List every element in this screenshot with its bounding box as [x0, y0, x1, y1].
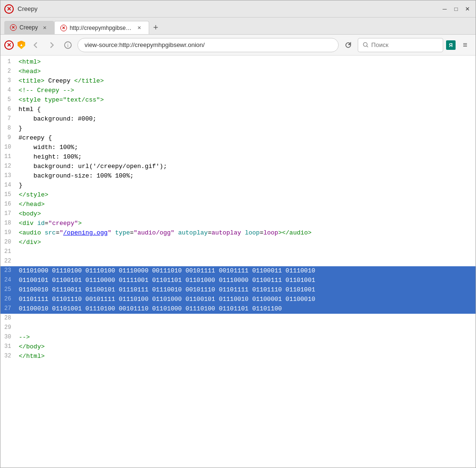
tab-close-source[interactable]: ✕ — [135, 24, 143, 32]
source-line-7: 7 background: #000; — [0, 114, 476, 124]
line-content: 01101000 01110100 01110100 01110000 0011… — [19, 266, 472, 276]
address-bar: ✕ ▲ i Я ≡ — [0, 35, 476, 56]
source-line-3: 3<title> Creepy </title> — [0, 76, 476, 86]
forward-button[interactable] — [45, 38, 58, 52]
shield-icon: ▲ — [17, 40, 26, 50]
line-number: 2 — [4, 67, 19, 75]
source-line-8: 8} — [0, 124, 476, 133]
line-number: 31 — [4, 342, 19, 351]
line-content: <head> — [19, 67, 472, 76]
source-line-5: 5<style type="text/css"> — [0, 95, 476, 105]
search-input[interactable] — [371, 41, 438, 48]
line-content: </body> — [19, 342, 472, 352]
address-input[interactable] — [77, 38, 339, 52]
tab-title-creepy: Creepy — [19, 24, 38, 31]
close-button[interactable]: ✕ — [463, 5, 472, 13]
search-box[interactable] — [358, 38, 443, 52]
tab-favicon-source: ✕ — [60, 25, 67, 31]
line-content: html { — [19, 105, 472, 114]
bing-icon: Я — [446, 40, 456, 50]
line-content: } — [19, 124, 472, 133]
tab-creepy[interactable]: ✕ Creepy ✕ — [4, 21, 54, 34]
search-icon — [363, 42, 369, 48]
source-line-15: 15</style> — [0, 190, 476, 200]
source-line-29: 29 — [0, 323, 476, 333]
source-line-20: 20</div> — [0, 238, 476, 247]
line-number: 1 — [4, 57, 19, 66]
line-number: 27 — [4, 304, 19, 313]
source-line-6: 6html { — [0, 105, 476, 114]
line-number: 3 — [4, 76, 19, 85]
line-content: </head> — [19, 200, 472, 209]
maximize-button[interactable]: □ — [452, 5, 460, 13]
tab-bar: ✕ Creepy ✕ ✕ http://creepymhpgibsewr.oni… — [0, 18, 476, 35]
refresh-button[interactable] — [342, 38, 355, 52]
line-number: 15 — [4, 190, 19, 199]
line-number: 26 — [4, 295, 19, 303]
line-content: 01100010 01101001 01110100 00101110 0110… — [19, 304, 472, 314]
line-number: 29 — [4, 323, 19, 332]
source-line-23: 2301101000 01110100 01110100 01110000 00… — [0, 266, 476, 276]
source-line-12: 12 background: url('/creepy/open.gif'); — [0, 162, 476, 171]
line-content: 01100101 01100101 01110000 01111001 0110… — [19, 276, 472, 285]
tab-title-source: http://creepymhpgibsewr.oni... — [70, 25, 133, 31]
line-content: <body> — [19, 209, 472, 219]
source-line-14: 14} — [0, 181, 476, 190]
line-content: <style type="text/css"> — [19, 95, 472, 105]
source-line-24: 2401100101 01100101 01110000 01111001 01… — [0, 276, 476, 285]
line-content: </div> — [19, 238, 472, 247]
source-line-27: 2701100010 01101001 01110100 00101110 01… — [0, 304, 476, 314]
line-number: 28 — [4, 314, 19, 322]
line-content: --> — [19, 333, 472, 342]
line-number: 32 — [4, 352, 19, 360]
source-line-17: 17<body> — [0, 209, 476, 219]
line-content: <!-- Creepy --> — [19, 86, 472, 95]
tab-source[interactable]: ✕ http://creepymhpgibsewr.oni... ✕ — [54, 21, 149, 34]
source-line-16: 16</head> — [0, 200, 476, 209]
line-number: 13 — [4, 171, 19, 180]
source-line-30: 30--> — [0, 333, 476, 342]
line-number: 5 — [4, 95, 19, 104]
source-line-2: 2<head> — [0, 67, 476, 76]
line-number: 21 — [4, 247, 19, 256]
security-icon: ✕ — [4, 40, 14, 50]
line-number: 17 — [4, 209, 19, 218]
line-content: <html> — [19, 57, 472, 67]
window-controls: ─ □ ✕ — [440, 5, 472, 13]
source-line-10: 10 width: 100%; — [0, 143, 476, 152]
svg-line-3 — [367, 46, 368, 47]
tab-close-creepy[interactable]: ✕ — [41, 24, 48, 31]
source-line-1: 1<html> — [0, 57, 476, 67]
menu-button[interactable]: ≡ — [458, 38, 472, 52]
svg-point-2 — [363, 43, 367, 47]
line-content: background: #000; — [19, 114, 472, 124]
title-bar: ✕ Creepy ─ □ ✕ — [0, 0, 476, 18]
browser-window: ✕ Creepy ─ □ ✕ ✕ Creepy ✕ ✕ http://creep… — [0, 0, 476, 468]
info-button[interactable]: i — [61, 38, 75, 52]
source-line-26: 2601101111 01101110 00101111 01110100 01… — [0, 295, 476, 304]
line-number: 19 — [4, 228, 19, 237]
source-line-31: 31</body> — [0, 342, 476, 352]
source-line-21: 21 — [0, 247, 476, 257]
source-line-13: 13 background-size: 100% 100%; — [0, 171, 476, 181]
no-favicon-icon: ✕ — [4, 4, 14, 14]
minimize-button[interactable]: ─ — [440, 5, 449, 13]
line-content: 01100010 01110011 01100101 01110111 0111… — [19, 285, 472, 295]
line-number: 14 — [4, 181, 19, 189]
new-tab-button[interactable]: + — [149, 21, 162, 34]
line-content: height: 100%; — [19, 152, 472, 162]
line-content: #creepy { — [19, 133, 472, 143]
back-button[interactable] — [29, 38, 42, 52]
line-number: 25 — [4, 285, 19, 294]
line-content: width: 100%; — [19, 143, 472, 152]
line-number: 18 — [4, 219, 19, 227]
line-number: 4 — [4, 86, 19, 94]
source-line-28: 28 — [0, 314, 476, 323]
source-line-11: 11 height: 100%; — [0, 152, 476, 162]
source-line-32: 32</html> — [0, 352, 476, 361]
line-number: 12 — [4, 162, 19, 170]
source-line-22: 22 — [0, 257, 476, 266]
line-number: 9 — [4, 133, 19, 142]
line-number: 16 — [4, 200, 19, 208]
line-content: } — [19, 181, 472, 190]
